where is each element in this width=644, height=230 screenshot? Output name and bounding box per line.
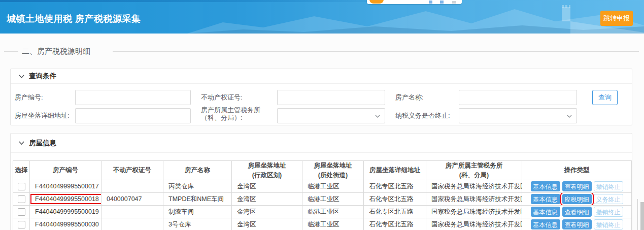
cell-property-name: 丙类仓库 [168,183,194,190]
cell-property-id: F44040499995500019 [35,208,99,215]
view-detail-button[interactable]: 查看明细 [562,181,592,191]
section-heading: 二、房产税税源明细 [0,47,644,56]
cell-district: 金湾区 [237,221,256,228]
cell-district: 金湾区 [237,183,256,190]
cell-certificate-no: 0400007047 [107,195,142,203]
field-label-certificate-no: 不动产权证号: [201,90,243,105]
revoke-termination-button[interactable]: 撤销终止 [594,181,623,191]
row-checkbox[interactable] [18,183,25,190]
cell-street: 临港工业区 [308,221,340,228]
cell-district: 金湾区 [237,208,256,215]
house-panel-toggle[interactable]: 房屋信息 [11,134,632,153]
house-table-body: F44040499995500017丙类仓库金湾区临港工业区石化专区北五路国家税… [13,180,632,230]
house-panel-title: 房屋信息 [29,139,56,148]
column-header: 选择 [13,161,30,180]
table-row: F44040499995500019制漆车间金湾区临港工业区石化专区北五路国家税… [13,206,632,218]
field-label-property-name: 房产名称: [395,90,424,105]
page-banner: 城镇土地使用税 房产税税源采集 跳转申报 [0,0,644,34]
column-header: 不动产权证号 [101,161,163,180]
cell-property-name: TMPDE和NME车间 [168,195,224,203]
cell-street: 临港工业区 [308,208,340,215]
table-row: F440404999955000303号仓库金湾区临港工业区石化专区北五路国家税… [13,218,632,230]
column-header: 操作类型 [522,161,632,180]
vertical-scrollbar-thumb[interactable] [640,202,644,230]
field-label-detail-address: 房屋坐落详细地址: [15,108,70,123]
section-title: 二、房产税税源明细 [22,47,90,56]
field-label-tax-office: 房产所属主管税务所 （科、分局）: [201,106,272,121]
house-table: 选择房产编号不动产权证号房产名称房屋坐落地址 (行政区划)房屋坐落地址 (所处街… [13,160,632,230]
field-label-property-id: 房产编号: [15,90,43,105]
page-title: 城镇土地使用税 房产税税源采集 [7,13,141,25]
view-detail-button[interactable]: 查看明细 [562,207,592,217]
search-button[interactable]: 查询 [592,90,618,105]
divider [4,51,18,52]
chevron-down-icon [19,141,24,145]
house-info-panel: 房屋信息 选择房产编号不动产权证号房产名称房屋坐落地址 (行政区划)房屋坐落地址… [10,133,632,230]
cell-district: 金湾区 [237,195,256,203]
logo-fragment-icon [369,0,384,4]
page: 城镇土地使用税 房产税税源采集 跳转申报 二、房产税税源明细 查询条件 房产编号… [0,0,644,230]
cell-tax-office: 国家税务总局珠海经济技术开发区... [431,221,522,228]
table-row: F44040499995500017丙类仓库金湾区临港工业区石化专区北五路国家税… [13,180,632,193]
jump-to-declare-button[interactable]: 跳转申报 [600,11,633,26]
row-checkbox[interactable] [18,221,25,228]
browser-popup-fragment [367,0,462,4]
column-header: 房产所属主管税务所 (科、分局) [426,161,522,180]
revoke-termination-button[interactable]: 撤销终止 [594,219,623,229]
table-row: F440404999955000180400007047TMPDE和NME车间金… [13,193,632,206]
divider [637,199,638,230]
basic-info-button[interactable]: 基本信息 [531,207,560,217]
basic-info-button[interactable]: 基本信息 [531,219,560,229]
cell-street: 临港工业区 [308,183,340,190]
certificate-no-input[interactable] [277,90,385,105]
column-header: 房屋坐落详细地址 [364,161,426,180]
great-wall-mountains-illustration [187,0,644,34]
cell-property-name: 制漆车间 [168,208,194,215]
query-panel: 查询条件 房产编号: 不动产权证号: 房产名称: 查询 房屋坐落详细地址: 房产… [10,69,632,125]
revoke-termination-button[interactable]: 撤销终止 [594,207,623,217]
cell-tax-office: 国家税务总局珠海经济技术开发区... [431,183,522,190]
cell-detail-address: 石化专区北五路 [369,183,414,190]
column-header: 房产名称 [163,161,232,180]
row-checkbox[interactable] [18,195,25,203]
table-header-row: 选择房产编号不动产权证号房产名称房屋坐落地址 (行政区划)房屋坐落地址 (所处街… [13,161,632,180]
tax-office-select[interactable] [277,108,385,123]
cell-detail-address: 石化专区北五路 [369,195,414,203]
row-checkbox[interactable] [18,208,25,216]
obligation-termination-button[interactable]: 义务终止 [594,194,623,204]
banner-top-strip [0,0,644,2]
basic-info-button[interactable]: 基本信息 [531,181,560,191]
chevron-down-icon [567,115,572,118]
query-panel-title: 查询条件 [29,72,56,81]
view-detail-button[interactable]: 查看明细 [562,219,592,229]
cell-tax-office: 国家税务总局珠海经济技术开发区... [431,195,522,203]
chevron-down-icon [375,115,380,118]
basic-info-button[interactable]: 基本信息 [531,194,560,204]
cell-property-id: F44040499995500018 [30,194,101,204]
column-header: 房产编号 [30,161,101,180]
cell-property-id: F44040499995500030 [35,221,99,228]
cell-detail-address: 石化专区北五路 [369,221,414,228]
property-name-input[interactable] [459,90,577,105]
taxable-detail-button[interactable]: 应税明细 [562,194,592,204]
column-header: 房屋坐落地址 (所处街道) [302,161,364,180]
cell-property-name: 3号仓库 [168,221,191,228]
cell-tax-office: 国家税务总局珠海经济技术开发区... [431,208,522,215]
obligation-terminated-select[interactable] [459,108,577,123]
query-panel-toggle[interactable]: 查询条件 [11,69,632,84]
field-label-obligation-terminated: 纳税义务是否终止: [395,108,450,123]
cell-detail-address: 石化专区北五路 [369,208,414,215]
column-header: 房屋坐落地址 (行政区划) [232,161,302,180]
property-id-input[interactable] [75,90,191,105]
cell-property-id: F44040499995500017 [35,183,99,190]
divider [113,51,639,52]
chevron-down-icon [19,75,24,78]
cell-street: 临港工业区 [308,195,340,203]
detail-address-input[interactable] [75,108,191,123]
